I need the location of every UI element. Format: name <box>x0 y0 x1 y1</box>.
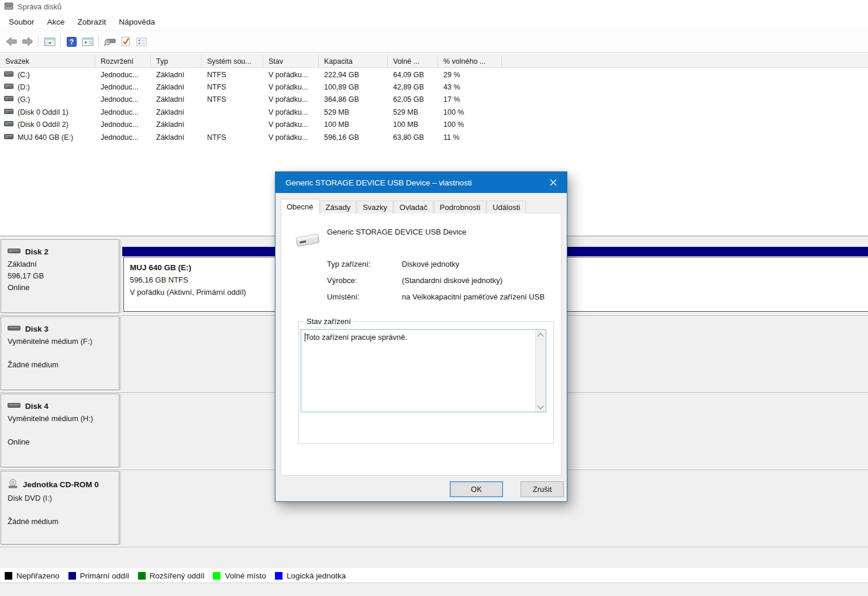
column-header-volne[interactable]: Volné ... <box>388 55 438 67</box>
cell-volne: 62,05 GB <box>388 95 438 104</box>
options-checklist-icon[interactable] <box>133 34 149 50</box>
legend-label: Nepřiřazeno <box>16 571 60 580</box>
ok-button[interactable]: OK <box>450 481 503 497</box>
disk-name-label: Jednotka CD-ROM 0 <box>23 480 99 489</box>
device-properties-dialog: Generic STORAGE DEVICE USB Device – vlas… <box>275 171 567 502</box>
cell-kapacita: 100,89 GB <box>319 83 388 91</box>
device-status-groupbox: Stav zařízení Toto zařízení pracuje sprá… <box>298 321 554 444</box>
field-value-location: na Velkokapacitní paměťové zařízení USB <box>402 292 545 301</box>
disk-size <box>8 504 119 516</box>
disk-type: Vyměnitelné médium (F:) <box>8 336 119 347</box>
tab-obecne[interactable]: Obecné <box>281 199 319 213</box>
field-label-location: Umístění: <box>327 292 360 301</box>
cell-typ: Základní <box>151 95 202 104</box>
action-pane-icon[interactable] <box>80 34 95 50</box>
legend-label: Primární oddíl <box>80 571 129 580</box>
table-row[interactable]: (Disk 0 Oddíl 1) Jednoduc... Základní V … <box>0 106 868 118</box>
device-status-text: Toto zařízení pracuje správně. <box>305 333 533 342</box>
table-row[interactable]: (G:) Jednoduc... Základní NTFS V pořádku… <box>0 94 868 106</box>
table-row[interactable]: (Disk 0 Oddíl 2) Jednoduc... Základní V … <box>0 119 868 131</box>
cell-volne: 529 MB <box>388 108 438 116</box>
help-icon[interactable]: ? <box>64 34 80 50</box>
app-icon <box>4 2 13 12</box>
cell-pct: 100 % <box>438 108 502 116</box>
disk-icon <box>8 402 20 411</box>
volume-name: (C:) <box>18 71 30 79</box>
scrollbar[interactable] <box>535 330 546 412</box>
disk4-header[interactable]: Disk 4 Vyměnitelné médium (H:) Online <box>1 394 119 467</box>
legend-item: Nepřiřazeno <box>5 571 60 580</box>
volume-icon <box>4 95 13 104</box>
console-tree-icon[interactable] <box>42 34 57 50</box>
cell-system: NTFS <box>202 133 263 142</box>
scroll-up-icon[interactable] <box>536 330 545 340</box>
cell-stav: V pořádku... <box>263 120 319 129</box>
toolbar-separator <box>60 35 61 48</box>
disk-type: Vyměnitelné médium (H:) <box>8 413 119 425</box>
disk-name-label: Disk 3 <box>25 325 49 333</box>
cell-rozvrzeni: Jednoduc... <box>95 95 151 104</box>
cell-typ: Základní <box>151 133 202 142</box>
cell-pct: 29 % <box>438 71 502 79</box>
volume-icon <box>4 83 13 91</box>
table-row[interactable]: (C:) Jednoduc... Základní NTFS V pořádku… <box>0 68 868 81</box>
field-label-device-type: Typ zařízení: <box>327 260 370 268</box>
tab-udalosti[interactable]: Události <box>487 201 526 213</box>
check-document-icon[interactable] <box>118 34 133 50</box>
menu-zobrazit[interactable]: Zobrazit <box>71 15 113 29</box>
field-value-device-type: Diskové jednotky <box>402 260 459 268</box>
volume-table-body: (C:) Jednoduc... Základní NTFS V pořádku… <box>0 68 868 143</box>
legend-swatch-logical <box>275 572 283 580</box>
menu-napoveda[interactable]: Nápověda <box>112 15 161 29</box>
cell-kapacita: 364,86 GB <box>319 95 388 104</box>
column-header-stav[interactable]: Stav <box>263 55 319 67</box>
tab-ovladac[interactable]: Ovladač <box>394 201 433 213</box>
table-row[interactable]: (D:) Jednoduc... Základní NTFS V pořádku… <box>0 81 868 93</box>
tab-zasady[interactable]: Zásady <box>320 201 357 213</box>
disk-status: Žádné médium <box>8 359 119 371</box>
cell-stav: V pořádku... <box>263 71 319 79</box>
cell-rozvrzeni: Jednoduc... <box>95 71 151 79</box>
cancel-button[interactable]: Zrušit <box>521 481 564 497</box>
cell-stav: V pořádku... <box>263 83 319 91</box>
volume-icon <box>4 71 13 79</box>
volume-name: (Disk 0 Oddíl 1) <box>18 108 68 116</box>
device-status-textbox[interactable]: Toto zařízení pracuje správně. <box>301 329 546 412</box>
cell-rozvrzeni: Jednoduc... <box>95 108 151 116</box>
toolbar-separator <box>98 35 99 48</box>
menu-soubor[interactable]: Soubor <box>2 15 41 29</box>
forward-icon[interactable] <box>19 34 35 50</box>
dialog-title: Generic STORAGE DEVICE USB Device – vlas… <box>285 178 472 187</box>
status-bar <box>0 583 868 596</box>
column-header-svazek[interactable]: Svazek <box>0 55 95 67</box>
disk-icon <box>8 325 20 333</box>
disk-management-window: Správa disků Soubor Akce Zobrazit Nápově… <box>0 0 868 596</box>
dialog-titlebar[interactable]: Generic STORAGE DEVICE USB Device – vlas… <box>275 172 567 193</box>
column-header-rozvrzeni[interactable]: Rozvržení <box>95 55 151 67</box>
menu-akce[interactable]: Akce <box>41 15 71 29</box>
disk-properties-icon[interactable] <box>102 34 118 50</box>
volume-name: (G:) <box>18 95 30 104</box>
cell-typ: Základní <box>151 71 202 79</box>
cell-kapacita: 100 MB <box>319 120 388 129</box>
table-row[interactable]: MUJ 640 GB (E:) Jednoduc... Základní NTF… <box>0 131 868 143</box>
column-header-pct-volneho[interactable]: % volného ... <box>438 55 502 67</box>
column-header-kapacita[interactable]: Kapacita <box>319 55 388 67</box>
scroll-down-icon[interactable] <box>536 402 545 412</box>
close-icon[interactable] <box>540 172 567 193</box>
cdrom0-header[interactable]: Jednotka CD-ROM 0 Disk DVD (I:) Žádné mé… <box>1 471 119 545</box>
partition-legend: Nepřiřazeno Primární oddíl Rozšířený odd… <box>0 568 868 584</box>
volume-table-header: Svazek Rozvržení Typ Systém sou... Stav … <box>0 54 868 68</box>
tab-podrobnosti[interactable]: Podrobnosti <box>434 201 486 213</box>
legend-item: Primární oddíl <box>68 571 129 580</box>
tab-svazky[interactable]: Svazky <box>357 201 393 213</box>
legend-swatch-primary <box>68 572 76 580</box>
cell-typ: Základní <box>151 108 202 116</box>
back-icon[interactable] <box>4 34 19 50</box>
disk2-header[interactable]: Disk 2 Základní 596,17 GB Online <box>1 239 119 313</box>
column-header-typ[interactable]: Typ <box>151 55 202 67</box>
disk3-header[interactable]: Disk 3 Vyměnitelné médium (F:) Žádné méd… <box>1 316 119 390</box>
column-header-system[interactable]: Systém sou... <box>202 55 263 67</box>
disk-type: Základní <box>8 259 119 270</box>
cell-system: NTFS <box>202 95 263 104</box>
